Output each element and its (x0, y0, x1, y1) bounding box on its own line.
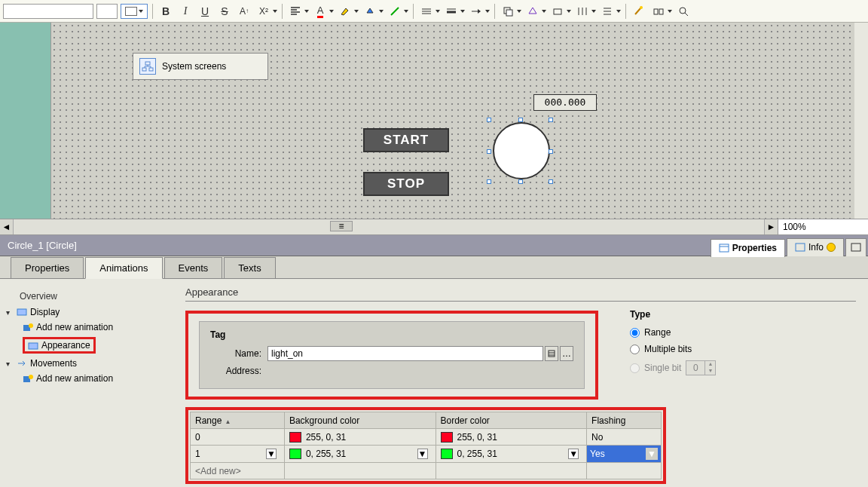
circle-object[interactable] (493, 122, 550, 179)
add-icon (23, 323, 33, 332)
shadow-button[interactable] (524, 3, 541, 20)
svg-point-15 (29, 323, 33, 328)
zoom-combo[interactable] (778, 219, 868, 234)
svg-rect-13 (17, 309, 26, 315)
text-color-button[interactable]: A (312, 3, 329, 20)
single-bit-spinner: ▲▼ (686, 360, 716, 375)
bold-button[interactable]: B (157, 3, 174, 20)
hscroll-row: ◄ ≡ ► (0, 219, 868, 235)
find-button[interactable] (675, 3, 692, 20)
italic-button[interactable]: I (177, 3, 194, 20)
subtab-properties[interactable]: Properties (11, 257, 84, 278)
tag-name-input[interactable] (267, 346, 543, 361)
selection-handle[interactable] (549, 118, 553, 122)
tree-appearance[interactable]: Appearance (23, 335, 167, 356)
stop-button[interactable]: STOP (363, 172, 449, 196)
collapse-icon[interactable]: ▾ (6, 360, 14, 368)
subtab-texts[interactable]: Texts (224, 257, 275, 278)
tree-add-animation-1[interactable]: Add new animation (23, 320, 167, 335)
type-multiple-bits-radio[interactable] (630, 345, 640, 354)
layer-button[interactable] (500, 3, 516, 20)
tree-add-animation-2[interactable]: Add new animation (23, 371, 167, 386)
tag-browse-button[interactable]: … (560, 346, 573, 361)
system-screens-button[interactable]: System screens (133, 53, 268, 80)
arrange-button[interactable] (549, 3, 566, 20)
svg-rect-2 (554, 9, 561, 14)
type-range-radio[interactable] (630, 328, 640, 338)
start-button[interactable]: START (363, 128, 449, 152)
inspector-tab-diag[interactable] (845, 238, 866, 256)
line-width-button[interactable] (443, 3, 460, 20)
line-color-button[interactable] (387, 3, 403, 20)
scroll-thumb[interactable]: ≡ (330, 221, 353, 231)
properties-icon (719, 244, 729, 253)
svg-rect-7 (145, 62, 150, 65)
table-row[interactable]: 1▼ 0, 255, 31▼ 0, 255, 31▼ Yes▼ (191, 446, 662, 463)
dropdown-icon[interactable]: ▼ (568, 449, 579, 459)
dropdown-icon (139, 10, 143, 13)
distribute-h-button[interactable] (574, 3, 591, 20)
brush-button[interactable] (631, 3, 647, 20)
zoom-input[interactable] (783, 222, 828, 232)
tree-overview[interactable]: Overview (6, 288, 167, 305)
type-range-option[interactable]: Range (630, 327, 716, 338)
selection-handle[interactable] (487, 118, 491, 122)
font-increase-button[interactable]: A↑ (236, 3, 252, 20)
inspector-tab-info[interactable]: Info (787, 238, 844, 256)
tag-list-button[interactable] (545, 346, 558, 361)
group-button[interactable] (650, 3, 667, 20)
highlight-button[interactable] (337, 3, 353, 20)
line-end-button[interactable] (468, 3, 484, 20)
fill-color-button[interactable] (362, 3, 378, 20)
info-icon (795, 243, 805, 252)
tree-movements[interactable]: ▾ Movements (6, 356, 167, 371)
type-single-bit-option: Single bit ▲▼ (630, 360, 716, 375)
col-border[interactable]: Border color (436, 412, 587, 429)
type-group-title: Type (630, 309, 716, 320)
subtab-animations[interactable]: Animations (85, 257, 162, 279)
distribute-v-button[interactable] (599, 3, 616, 20)
selection-handle[interactable] (518, 118, 523, 122)
col-bg[interactable]: Background color (284, 412, 436, 429)
dropdown-icon[interactable]: ▼ (417, 449, 428, 459)
align-left-button[interactable] (287, 3, 304, 20)
col-flash[interactable]: Flashing (587, 412, 662, 429)
subtab-events[interactable]: Events (164, 257, 223, 278)
selection-handle[interactable] (549, 149, 553, 154)
inspector-tab-properties[interactable]: Properties (711, 239, 785, 257)
numeric-io-field[interactable]: 000.000 (533, 94, 597, 111)
svg-rect-16 (29, 343, 38, 349)
underline-button[interactable]: U (197, 3, 213, 20)
type-single-bit-radio (630, 363, 640, 373)
table-row[interactable]: 0 255, 0, 31 255, 0, 31 No (191, 429, 662, 446)
col-range[interactable]: Range (191, 412, 285, 429)
selection-handle[interactable] (549, 179, 553, 184)
design-canvas[interactable]: System screens 000.000 START STOP (51, 23, 854, 219)
appearance-table-highlight: Range Background color Border color Flas… (185, 407, 666, 484)
svg-rect-1 (506, 10, 512, 16)
font-size-combo[interactable] (96, 4, 118, 19)
selection-handle[interactable] (487, 149, 491, 154)
dropdown-icon[interactable]: ▼ (646, 448, 658, 460)
type-multiple-bits-option[interactable]: Multiple bits (630, 344, 716, 354)
scroll-right-icon[interactable]: ► (764, 219, 778, 234)
scroll-left-icon[interactable]: ◄ (0, 219, 14, 234)
tag-group-title: Tag (210, 329, 573, 340)
detail-pane: Appearance Tag Name: … Address: (173, 279, 868, 487)
selection-handle[interactable] (487, 179, 491, 184)
font-name-combo[interactable] (3, 4, 93, 19)
horizontal-scrollbar[interactable]: ◄ ≡ ► (0, 219, 778, 234)
color-picker[interactable] (121, 4, 148, 19)
font-style-button[interactable]: X² (255, 3, 272, 20)
selection-handle[interactable] (518, 179, 523, 184)
svg-rect-9 (149, 68, 153, 71)
appearance-table[interactable]: Range Background color Border color Flas… (190, 412, 662, 479)
line-style-button[interactable] (418, 3, 435, 20)
tree-display[interactable]: ▾ Display (6, 305, 167, 320)
dropdown-icon[interactable]: ▼ (266, 449, 277, 459)
strikethrough-button[interactable]: S (216, 3, 233, 20)
table-add-new-row[interactable]: <Add new> (191, 463, 662, 479)
collapse-icon[interactable]: ▾ (6, 308, 14, 317)
svg-point-18 (29, 375, 33, 379)
color-swatch-icon (289, 432, 301, 443)
